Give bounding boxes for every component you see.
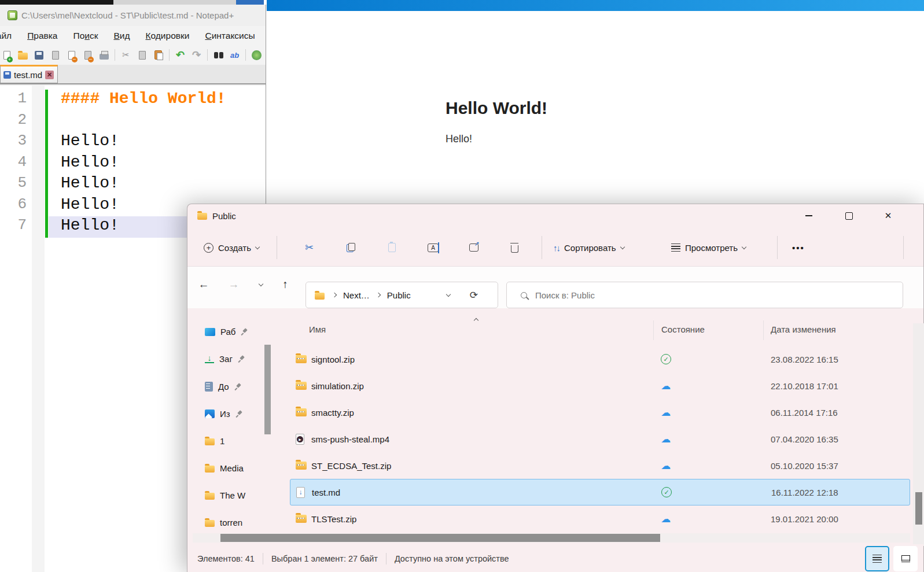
chevron-down-icon	[259, 281, 263, 286]
close-all-icon[interactable]	[82, 50, 93, 61]
search-box[interactable]	[506, 282, 903, 308]
file-row-smspushsteal[interactable]: ▶ sms-push-steal.mp4 ☁ 07.04.2020 16:35	[290, 426, 910, 452]
preview-heading: Hello World!	[446, 98, 547, 118]
details-view-button[interactable]	[865, 546, 889, 571]
notepadpp-menubar: Файл Правка Поиск Вид Кодировки Синтакси…	[0, 26, 266, 45]
file-list-scrollbar-track[interactable]	[913, 323, 924, 546]
menu-view[interactable]: Вид	[113, 31, 130, 41]
sidebar-item-folder-thew[interactable]: The W	[205, 485, 277, 505]
copy-icon[interactable]	[137, 50, 148, 61]
file-explorer-window: Public ✕ + Создать ✂ A ↑↓ Сортировать Пр…	[187, 204, 924, 572]
menu-search[interactable]: Поиск	[73, 31, 98, 41]
explorer-window-title: Public	[212, 211, 236, 221]
close-file-icon[interactable]	[66, 50, 77, 61]
rename-icon: A	[428, 243, 439, 252]
saved-state-icon	[3, 71, 11, 79]
zip-file-icon	[296, 382, 307, 390]
breadcrumb-public[interactable]: Public	[387, 290, 411, 300]
create-button[interactable]: + Создать	[204, 228, 259, 267]
large-icons-view-button[interactable]	[893, 546, 918, 571]
horizontal-scrollbar-thumb[interactable]	[220, 534, 660, 542]
print-icon[interactable]	[98, 50, 109, 61]
menu-file[interactable]: Файл	[0, 31, 12, 41]
menu-encoding[interactable]: Кодировки	[146, 31, 190, 41]
scissors-icon: ✂	[305, 241, 314, 254]
column-header-date[interactable]: Дата изменения	[771, 324, 836, 334]
breadcrumb-nextcloud[interactable]: Next…	[343, 290, 370, 300]
preview-paragraph: Hello!	[446, 133, 472, 145]
column-header-status[interactable]: Состояние	[661, 324, 705, 334]
plus-icon: +	[204, 243, 213, 253]
sidebar-scrollbar-thumb[interactable]	[264, 345, 271, 434]
redo-icon[interactable]: ↷	[191, 50, 202, 61]
chevron-down-icon	[255, 244, 260, 249]
save-icon[interactable]	[34, 50, 45, 61]
share-icon	[469, 243, 478, 252]
delete-button[interactable]	[511, 228, 518, 267]
toolbar-separator	[245, 49, 246, 61]
open-file-icon[interactable]	[17, 50, 28, 61]
paste-icon[interactable]	[153, 50, 164, 61]
horizontal-scrollbar-track[interactable]	[193, 533, 910, 543]
status-cloud-icon: ☁	[659, 460, 673, 472]
file-row-signtool[interactable]: signtool.zip ✓ 23.08.2022 16:15	[290, 346, 910, 372]
editor-line[interactable]: 4Hello!	[0, 153, 266, 175]
replace-icon[interactable]: ab	[229, 50, 240, 61]
chevron-right-icon	[332, 293, 337, 297]
macro-icon[interactable]	[251, 50, 262, 61]
sort-button[interactable]: ↑↓ Сортировать	[553, 228, 624, 267]
cut-button[interactable]: ✂	[305, 228, 314, 267]
notepadpp-titlebar[interactable]: C:\Users\mel\Nextcloud - ST\Public\test.…	[0, 5, 266, 26]
file-row-tlstest[interactable]: TLSTest.zip ☁ 19.01.2021 20:00	[290, 505, 910, 532]
more-options-button[interactable]: •••	[792, 228, 805, 267]
paste-button[interactable]	[388, 228, 396, 267]
editor-line[interactable]: 3Hello!	[0, 132, 266, 153]
column-separator[interactable]	[763, 320, 764, 340]
sidebar-item-folder-torrents[interactable]: torren	[205, 512, 277, 532]
maximize-button[interactable]	[835, 204, 862, 227]
editor-line[interactable]: 1#### Hello World!	[0, 90, 266, 111]
sidebar-item-folder-media[interactable]: Media	[205, 458, 277, 478]
address-dropdown-icon[interactable]	[446, 291, 450, 296]
list-view-icon	[873, 555, 882, 563]
rename-button[interactable]: A	[428, 228, 439, 267]
column-separator[interactable]	[653, 320, 654, 340]
column-header-name[interactable]: Имя	[309, 324, 326, 334]
copy-button[interactable]	[347, 228, 355, 267]
up-button[interactable]: ↑	[275, 275, 295, 294]
sort-ascending-icon	[474, 318, 478, 323]
minimize-button[interactable]	[796, 204, 822, 227]
close-button[interactable]: ✕	[875, 204, 901, 227]
new-file-icon[interactable]	[1, 50, 12, 61]
back-button[interactable]: ←	[194, 275, 213, 294]
tab-close-icon[interactable]: ✕	[45, 71, 54, 79]
editor-line[interactable]: 2	[0, 111, 266, 132]
menu-edit[interactable]: Правка	[27, 31, 57, 41]
command-separator	[903, 236, 904, 259]
background-window-strip-dark	[0, 0, 113, 5]
share-button[interactable]	[469, 228, 478, 267]
file-list-header: Имя Состояние Дата изменения	[187, 317, 923, 346]
file-list-scrollbar-thumb[interactable]	[915, 492, 922, 525]
menu-language[interactable]: Синтаксисы	[205, 31, 255, 41]
file-row-stecdsatest[interactable]: ST_ECDSA_Test.zip ☁ 05.10.2020 15:37	[290, 452, 910, 479]
explorer-titlebar[interactable]: Public ✕	[187, 204, 923, 228]
file-row-simulation[interactable]: simulation.zip ☁ 22.10.2018 17:01	[290, 372, 910, 399]
tab-testmd[interactable]: test.md ✕	[0, 65, 58, 83]
search-input[interactable]	[535, 290, 709, 300]
recent-locations-button[interactable]	[251, 275, 271, 294]
save-all-icon[interactable]	[50, 50, 61, 61]
file-row-smactty[interactable]: smactty.zip ☁ 06.11.2014 17:16	[290, 399, 910, 426]
file-row-testmd-selected[interactable]: ↓ test.md ✓ 16.11.2022 12:18	[290, 479, 910, 505]
view-button[interactable]: Просмотреть	[671, 228, 746, 267]
undo-icon[interactable]: ↶	[175, 50, 186, 61]
folder-icon	[197, 213, 207, 220]
find-icon[interactable]	[213, 50, 224, 61]
editor-line[interactable]: 5Hello!	[0, 174, 266, 195]
zip-file-icon	[296, 515, 307, 523]
refresh-icon[interactable]: ⟳	[470, 289, 478, 301]
items-count: Элементов: 41	[197, 554, 255, 563]
forward-button[interactable]: →	[224, 275, 244, 294]
cut-icon[interactable]: ✂	[120, 50, 131, 61]
address-bar[interactable]: Next… Public ⟳	[305, 282, 498, 308]
